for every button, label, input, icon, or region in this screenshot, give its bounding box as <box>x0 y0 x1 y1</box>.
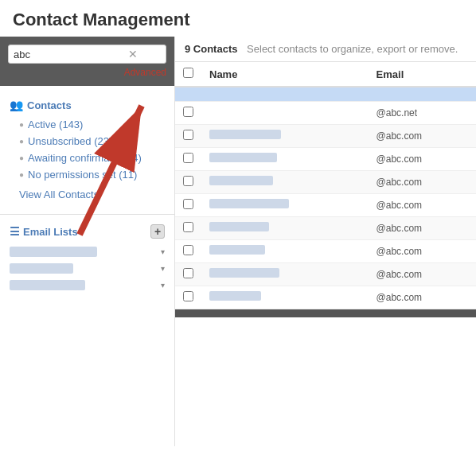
row-name <box>201 262 369 286</box>
row-email: @abc.com <box>369 286 476 309</box>
contacts-title-label: Contacts <box>27 99 72 111</box>
blurred-name <box>209 222 269 231</box>
email-lists-section: ☰ Email Lists + ▾ ▾ ▾ <box>0 221 174 297</box>
row-checkbox[interactable] <box>183 130 193 140</box>
bottom-bar <box>175 309 476 317</box>
sidebar-item-active[interactable]: ● Active (143) <box>10 116 165 133</box>
select-all-checkbox[interactable] <box>183 68 193 78</box>
highlight-header-row <box>175 87 476 101</box>
blurred-name <box>209 199 289 208</box>
email-lists-label: Email Lists <box>23 226 78 238</box>
row-checkbox[interactable] <box>183 176 193 186</box>
row-checkbox-cell <box>175 216 201 239</box>
row-checkbox[interactable] <box>183 107 193 117</box>
sidebar-item-unsubscribed[interactable]: ● Unsubscribed (23) <box>10 133 165 150</box>
row-name <box>201 101 369 124</box>
col-email: Email <box>369 62 476 87</box>
unsubscribed-link[interactable]: Unsubscribed (23) <box>28 135 112 147</box>
search-input[interactable] <box>14 49 125 60</box>
table-row: @abc.net <box>175 101 476 124</box>
row-checkbox[interactable] <box>183 291 193 301</box>
contacts-table: Name Email <box>175 62 476 309</box>
row-email: @abc.com <box>369 239 476 262</box>
contacts-table-scroll: Name Email <box>175 62 476 446</box>
blurred-name <box>209 245 265 255</box>
email-list-item-2[interactable]: ▾ <box>10 260 165 277</box>
row-checkbox[interactable] <box>183 222 193 232</box>
sidebar-item-view-all[interactable]: View All Contacts <box>10 186 165 203</box>
row-email: @abc.com <box>369 124 476 147</box>
list-icon: ☰ <box>10 225 20 238</box>
bullet-icon: ● <box>19 120 24 129</box>
row-checkbox-cell <box>175 147 201 170</box>
contacts-header: 9 Contacts Select contacts to organize, … <box>175 37 476 62</box>
contacts-section: 👥 Contacts ● Active (143) ● Unsubscribed… <box>0 94 174 208</box>
sidebar-item-no-permissions[interactable]: ● No permissions set (11) <box>10 166 165 183</box>
row-name <box>201 193 369 216</box>
email-lists-title: ☰ Email Lists + <box>10 224 165 239</box>
blurred-name <box>209 130 281 139</box>
active-link[interactable]: Active (143) <box>28 119 83 130</box>
col-checkbox <box>175 62 201 87</box>
row-checkbox-cell <box>175 239 201 262</box>
blurred-name <box>209 291 261 301</box>
row-checkbox-cell <box>175 124 201 147</box>
sidebar-item-awaiting[interactable]: ● Awaiting confirmation (4) <box>10 150 165 166</box>
blurred-name <box>209 153 277 162</box>
dropdown-arrow-icon-1[interactable]: ▾ <box>161 247 165 256</box>
col-name: Name <box>201 62 369 87</box>
contacts-count: 9 Contacts <box>185 43 237 55</box>
dropdown-arrow-icon-3[interactable]: ▾ <box>161 281 165 290</box>
email-list-item-3[interactable]: ▾ <box>10 277 165 294</box>
row-checkbox-cell <box>175 170 201 193</box>
row-checkbox[interactable] <box>183 199 193 209</box>
row-checkbox-cell <box>175 193 201 216</box>
row-email: @abc.com <box>369 193 476 216</box>
row-email: @abc.com <box>369 170 476 193</box>
table-row: @abc.com <box>175 262 476 286</box>
add-email-list-button[interactable]: + <box>150 224 165 239</box>
search-clear-icon[interactable]: ✕ <box>128 48 138 60</box>
table-row: @abc.com <box>175 147 476 170</box>
highlight-cell <box>175 87 476 101</box>
bullet-icon: ● <box>19 170 24 179</box>
page-title: Contact Management <box>0 0 476 37</box>
table-row: @abc.com <box>175 170 476 193</box>
row-checkbox[interactable] <box>183 153 193 163</box>
blurred-name <box>209 268 279 278</box>
bullet-icon: ● <box>19 137 24 146</box>
search-box-container: ✕ Advanced <box>0 37 174 86</box>
row-checkbox-cell <box>175 101 201 124</box>
table-row: @abc.com <box>175 193 476 216</box>
row-email: @abc.com <box>369 216 476 239</box>
row-checkbox[interactable] <box>183 245 193 255</box>
row-checkbox-cell <box>175 262 201 286</box>
no-permissions-link[interactable]: No permissions set (11) <box>28 169 137 181</box>
contacts-subtitle: Select contacts to organize, export or r… <box>247 43 458 55</box>
blurred-name <box>209 176 273 185</box>
email-list-name-2 <box>10 263 73 274</box>
row-name <box>201 124 369 147</box>
view-all-link[interactable]: View All Contacts <box>19 189 99 200</box>
sidebar-divider <box>0 214 174 215</box>
row-checkbox[interactable] <box>183 268 193 278</box>
bullet-icon: ● <box>19 154 24 162</box>
row-email: @abc.com <box>369 262 476 286</box>
search-input-wrap: ✕ <box>8 45 166 64</box>
row-name <box>201 147 369 170</box>
row-checkbox-cell <box>175 286 201 309</box>
awaiting-link[interactable]: Awaiting confirmation (4) <box>28 152 142 164</box>
row-name <box>201 239 369 262</box>
table-row: @abc.com <box>175 239 476 262</box>
main-content: 9 Contacts Select contacts to organize, … <box>175 37 476 446</box>
row-name <box>201 216 369 239</box>
table-row: @abc.com <box>175 216 476 239</box>
table-row: @abc.com <box>175 124 476 147</box>
row-name <box>201 170 369 193</box>
email-list-item-1[interactable]: ▾ <box>10 243 165 260</box>
advanced-link[interactable]: Advanced <box>8 67 166 78</box>
row-name <box>201 286 369 309</box>
dropdown-arrow-icon-2[interactable]: ▾ <box>161 264 165 273</box>
contacts-section-title: 👥 Contacts <box>10 99 165 111</box>
row-email: @abc.net <box>369 101 476 124</box>
